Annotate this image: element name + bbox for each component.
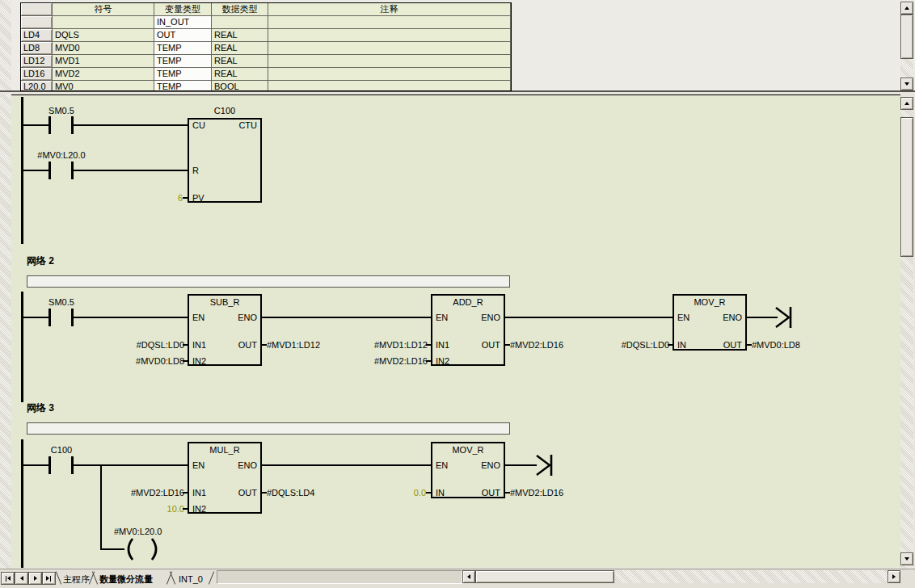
operand-label[interactable]: #DQSL:LD0 <box>103 340 184 350</box>
operand-label[interactable]: #MVD2:LD16 <box>510 340 563 350</box>
symbol-cell[interactable]: DQLS <box>53 29 154 42</box>
scroll-up-button[interactable] <box>900 2 913 15</box>
no-contact[interactable] <box>47 456 76 477</box>
first-tab-button[interactable] <box>1 572 15 585</box>
operand-label[interactable]: #MVD0:LD8 <box>752 340 800 350</box>
scroll-left-button[interactable] <box>462 570 475 583</box>
wire-stub <box>668 344 673 346</box>
operand-label[interactable]: #MVD1:LD12 <box>347 340 428 350</box>
wire-stub <box>426 360 431 362</box>
mov-r-box[interactable]: MOV_R EN ENO IN OUT <box>431 442 505 498</box>
network-comment[interactable] <box>27 422 510 435</box>
operand-label[interactable]: #MVD0:LD8 <box>103 356 184 366</box>
power-rail <box>21 439 23 568</box>
mov-r-box[interactable]: MOV_R EN ENO IN OUT <box>673 294 747 351</box>
ladder-scrollbar <box>900 95 913 567</box>
var-type-cell[interactable]: IN_OUT <box>154 16 212 29</box>
row-header[interactable]: LD16 <box>21 68 53 81</box>
pin-label: EN <box>677 313 689 322</box>
tab-edge <box>92 571 98 584</box>
comment-cell[interactable] <box>268 42 511 55</box>
operand-label[interactable]: #DQLS:LD4 <box>267 488 314 498</box>
add-r-box[interactable]: ADD_R EN ENO IN1 OUT IN2 <box>431 294 505 366</box>
row-header[interactable]: L20.0 <box>21 81 53 91</box>
plc-editor-window: 符号 变量类型 数据类型 注释 IN_OUT LD4 DQLS OUT REAL… <box>0 0 915 588</box>
ctu-counter-box[interactable]: CU CTU R PV <box>188 118 262 203</box>
operand-label[interactable]: 10.0 <box>103 504 184 514</box>
symbol-cell[interactable]: MVD0 <box>53 42 154 55</box>
var-type-cell[interactable]: TEMP <box>154 42 212 55</box>
comment-cell[interactable] <box>268 29 511 42</box>
no-contact[interactable] <box>47 161 76 182</box>
bar-icon <box>50 576 51 582</box>
pin-label: IN <box>436 488 445 498</box>
operand-label[interactable]: SM0.5 <box>21 297 102 307</box>
ladder-scrollbar-thumb[interactable] <box>900 117 913 257</box>
contact-bar <box>48 456 51 474</box>
data-type-cell[interactable] <box>212 16 268 29</box>
var-type-cell[interactable]: TEMP <box>154 68 212 81</box>
tab-active-subroutine[interactable]: 数量微分流量 <box>99 573 153 585</box>
next-tab-button[interactable] <box>28 572 42 585</box>
row-header[interactable]: LD8 <box>21 42 53 55</box>
scroll-right-button[interactable] <box>888 570 900 583</box>
operand-label[interactable]: #MV0:L20.0 <box>114 527 162 536</box>
var-type-cell[interactable]: OUT <box>154 29 212 42</box>
symbol-cell[interactable]: MVD2 <box>53 68 154 81</box>
wire-h <box>22 317 49 318</box>
pin-label: PV <box>192 193 205 203</box>
data-type-cell[interactable]: BOOL <box>212 81 268 91</box>
scroll-up-button[interactable] <box>900 97 913 110</box>
last-tab-button[interactable] <box>42 572 56 585</box>
row-header[interactable]: LD12 <box>21 55 53 68</box>
operand-label[interactable]: 6 <box>142 193 183 203</box>
scroll-down-button[interactable] <box>900 78 913 90</box>
data-type-cell[interactable]: REAL <box>212 55 268 68</box>
comment-cell[interactable] <box>268 16 511 29</box>
operand-label[interactable]: SM0.5 <box>21 106 102 116</box>
data-type-cell[interactable]: REAL <box>212 68 268 81</box>
operand-label[interactable]: 0.0 <box>345 488 426 498</box>
coil[interactable] <box>121 537 163 561</box>
operand-label[interactable]: #DQSL:LD0 <box>588 340 669 350</box>
prev-tab-button[interactable] <box>15 572 28 585</box>
symbol-cell[interactable]: MVD1 <box>53 55 154 68</box>
pin-label: CU <box>192 120 205 130</box>
tab-main-program[interactable]: 主程序 <box>63 573 90 585</box>
var-type-cell[interactable]: TEMP <box>154 81 212 91</box>
pin-label: EN <box>192 460 205 470</box>
operand-label[interactable]: #MVD1:LD12 <box>267 340 320 350</box>
wire-stub <box>183 344 188 346</box>
symbol-cell[interactable] <box>53 16 154 29</box>
rung-end-arrow-icon <box>774 305 795 330</box>
wire-h <box>262 464 431 466</box>
row-header[interactable]: LD4 <box>21 29 53 42</box>
tab-interrupt[interactable]: INT_0 <box>179 573 203 585</box>
network-comment[interactable] <box>27 275 510 288</box>
operand-label[interactable]: #MVD2:LD16 <box>347 356 428 366</box>
no-contact[interactable] <box>47 308 76 329</box>
comment-cell[interactable] <box>268 81 511 91</box>
var-type-cell[interactable]: TEMP <box>154 55 212 68</box>
wire-h <box>74 170 188 171</box>
operand-label[interactable]: #MVD2:LD16 <box>510 488 563 498</box>
sub-r-box[interactable]: SUB_R EN ENO IN1 OUT IN2 <box>188 294 262 366</box>
wire-h <box>74 124 188 126</box>
data-type-cell[interactable]: REAL <box>212 42 268 55</box>
row-header[interactable] <box>21 16 53 29</box>
no-contact[interactable] <box>47 116 76 136</box>
comment-cell[interactable] <box>268 55 511 68</box>
operand-label[interactable]: C100 <box>188 106 262 116</box>
mul-r-box[interactable]: MUL_R EN ENO IN1 OUT IN2 <box>188 442 262 514</box>
operand-label[interactable]: C100 <box>21 445 102 455</box>
comment-cell[interactable] <box>268 68 511 81</box>
data-type-cell[interactable]: REAL <box>212 29 268 42</box>
wire-stub <box>505 344 510 346</box>
table-scrollbar-thumb[interactable] <box>900 15 913 59</box>
horizontal-scrollbar-thumb[interactable] <box>475 570 614 583</box>
operand-label[interactable]: #MVD2:LD16 <box>103 488 184 498</box>
symbol-cell[interactable]: MV0 <box>53 81 154 91</box>
wire-h <box>747 317 778 318</box>
operand-label[interactable]: #MV0:L20.0 <box>21 150 102 160</box>
scroll-down-button[interactable] <box>900 552 913 565</box>
